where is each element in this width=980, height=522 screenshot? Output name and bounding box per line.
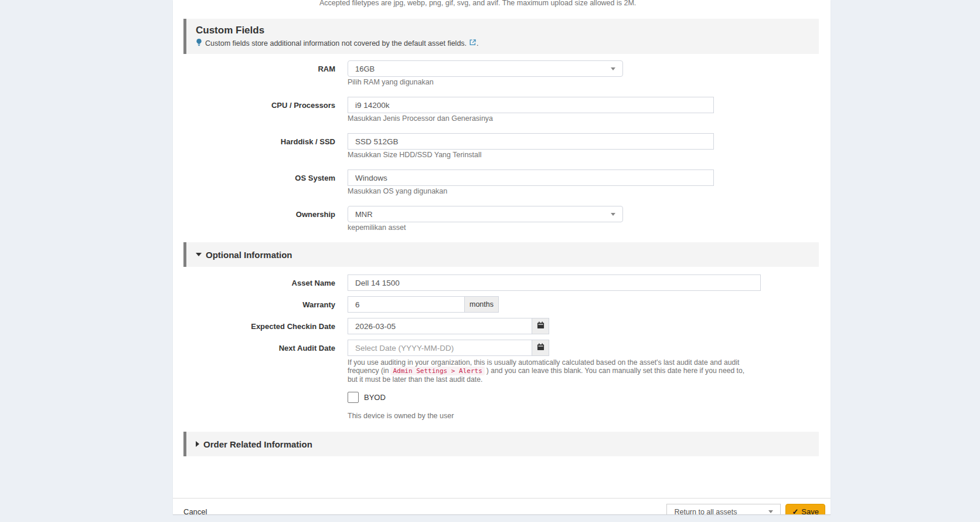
cpu-label: CPU / Processors xyxy=(183,97,335,123)
byod-label: BYOD xyxy=(364,393,386,402)
caret-right-icon xyxy=(196,441,199,447)
form-row-os: OS System Masukkan OS yang digunakan xyxy=(183,170,819,195)
caret-down-icon xyxy=(196,253,202,256)
form-row-warranty: Warranty months xyxy=(183,296,819,313)
cpu-input[interactable] xyxy=(348,97,714,113)
byod-row: BYOD xyxy=(348,392,831,403)
cpu-help: Masukkan Jenis Processor dan Generasinya xyxy=(348,115,714,123)
warranty-label: Warranty xyxy=(183,296,335,313)
os-label: OS System xyxy=(183,170,335,195)
ram-label: RAM xyxy=(183,60,335,86)
form-row-ram: RAM 16GB Pilih RAM yang digunakan xyxy=(183,60,819,86)
ownership-label: Ownership xyxy=(183,206,335,232)
asset-name-input[interactable] xyxy=(348,274,761,291)
form-footer: Cancel Return to all assets Save xyxy=(173,498,831,514)
section-title: Optional Information xyxy=(206,250,292,260)
admin-settings-alerts-code: Admin Settings > Alerts xyxy=(390,367,484,375)
external-link-icon[interactable] xyxy=(469,39,476,48)
ownership-help: kepemilikan asset xyxy=(348,224,623,232)
warranty-unit-addon: months xyxy=(464,296,499,313)
order-related-information-header[interactable]: Order Related Information xyxy=(183,432,819,456)
os-help: Masukkan OS yang digunakan xyxy=(348,188,714,195)
custom-fields-description: Custom fields store additional informati… xyxy=(205,39,467,48)
next-audit-label: Next Audit Date xyxy=(183,340,335,356)
form-row-harddisk: Harddisk / SSD Masukkan Size HDD/SSD Yan… xyxy=(183,133,819,159)
ram-select-value: 16GB xyxy=(355,65,375,73)
form-row-cpu: CPU / Processors Masukkan Jenis Processo… xyxy=(183,97,819,123)
cancel-link[interactable]: Cancel xyxy=(183,507,207,514)
os-input[interactable] xyxy=(348,170,714,186)
after-save-redirect-value: Return to all assets xyxy=(674,508,737,515)
next-audit-input[interactable] xyxy=(348,340,532,356)
harddisk-input[interactable] xyxy=(348,133,714,150)
warranty-input[interactable] xyxy=(348,296,465,313)
upload-filetypes-hint: Accepted filetypes are jpg, webp, png, g… xyxy=(319,0,819,7)
ownership-select-value: MNR xyxy=(355,210,373,219)
check-icon xyxy=(792,507,801,514)
lightbulb-icon xyxy=(196,39,202,48)
chevron-down-icon xyxy=(768,510,773,513)
calendar-icon xyxy=(537,321,545,331)
custom-fields-section-header: Custom Fields Custom fields store additi… xyxy=(183,19,819,54)
after-save-redirect-select[interactable]: Return to all assets xyxy=(666,504,781,515)
form-row-next-audit: Next Audit Date xyxy=(183,340,819,356)
section-title: Order Related Information xyxy=(203,439,312,449)
byod-help: This device is owned by the user xyxy=(348,412,831,420)
chevron-down-icon xyxy=(611,213,615,216)
form-row-asset-name: Asset Name xyxy=(183,274,819,291)
section-title: Custom Fields xyxy=(196,23,810,37)
asset-edit-form-card: Accepted filetypes are jpg, webp, png, g… xyxy=(173,0,831,514)
expected-checkin-label: Expected Checkin Date xyxy=(183,318,335,334)
optional-information-header[interactable]: Optional Information xyxy=(183,242,819,267)
form-row-ownership: Ownership MNR kepemilikan asset xyxy=(183,206,819,232)
sentence-period: . xyxy=(477,39,478,48)
audit-date-help: If you use auditing in your organization… xyxy=(348,358,746,384)
expected-checkin-input[interactable] xyxy=(348,318,532,334)
byod-checkbox[interactable] xyxy=(348,392,359,403)
ram-help: Pilih RAM yang digunakan xyxy=(348,79,623,86)
ownership-select[interactable]: MNR xyxy=(348,206,623,222)
calendar-icon xyxy=(537,343,545,352)
ram-select[interactable]: 16GB xyxy=(348,60,623,77)
harddisk-help: Masukkan Size HDD/SSD Yang Terinstall xyxy=(348,151,714,159)
chevron-down-icon xyxy=(611,67,615,70)
calendar-button[interactable] xyxy=(532,340,549,356)
save-button-label: Save xyxy=(801,507,819,514)
save-button[interactable]: Save xyxy=(785,504,825,515)
asset-name-label: Asset Name xyxy=(183,274,335,291)
form-row-expected-checkin: Expected Checkin Date xyxy=(183,318,819,334)
harddisk-label: Harddisk / SSD xyxy=(183,133,335,159)
calendar-button[interactable] xyxy=(532,318,549,334)
